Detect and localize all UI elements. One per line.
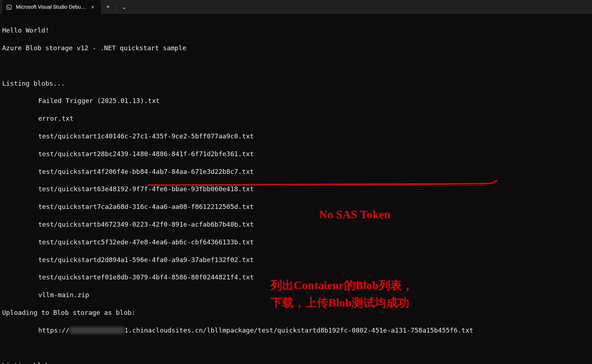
tabbar-divider xyxy=(116,3,116,11)
tabbar-actions: + ⌄ xyxy=(101,0,132,14)
terminal-line: Listing blobs... xyxy=(2,361,590,364)
terminal-line: Failed Trigger (2025.01.13).txt xyxy=(2,97,590,106)
annotation-line: 下载，上传Blob测试均成功 xyxy=(271,294,413,311)
tab-active[interactable]: Microsoft Visual Studio Debu… × xyxy=(2,0,101,14)
terminal-line: Azure Blob storage v12 - .NET quickstart… xyxy=(2,44,590,53)
close-icon[interactable]: × xyxy=(90,3,96,11)
terminal-line xyxy=(2,61,590,70)
tab-dropdown-button[interactable]: ⌄ xyxy=(117,0,132,14)
tab-title: Microsoft Visual Studio Debu… xyxy=(16,4,86,10)
new-tab-button[interactable]: + xyxy=(101,0,115,14)
terminal-line: test/quickstart63e48192-9f7f-4fe6-bbae-9… xyxy=(2,185,590,194)
redacted-host xyxy=(69,327,124,334)
terminal-url-line: https://1.chinacloudsites.cn/lbllmpackag… xyxy=(2,326,590,335)
terminal-line: test/quickstart28bc2439-1480-4886-841f-6… xyxy=(2,150,590,159)
terminal-line: error.txt xyxy=(2,114,590,123)
terminal-line: test/quickstartd2d894a1-596e-4fa0-a9a9-3… xyxy=(2,256,590,265)
terminal-blank xyxy=(2,344,590,353)
url-prefix: https:// xyxy=(38,326,70,334)
terminal-line: test/quickstart7ca2a68d-316c-4aa6-aa08-f… xyxy=(2,202,590,211)
annotation-line: 列出Contaienr的Blob列表， xyxy=(271,277,413,294)
terminal-line: test/quickstart1c40146c-27c1-435f-9ce2-5… xyxy=(2,132,590,141)
tab-bar: Microsoft Visual Studio Debu… × + ⌄ xyxy=(0,0,592,14)
svg-rect-0 xyxy=(7,5,12,9)
annotation-no-sas: No SAS Token xyxy=(319,207,390,222)
terminal-line: test/quickstartc5f32ede-47e8-4ea6-ab6c-c… xyxy=(2,238,590,247)
terminal-line: test/quickstart4f206f4e-bb84-4ab7-84aa-6… xyxy=(2,167,590,176)
annotation-chinese: 列出Contaienr的Blob列表， 下载，上传Blob测试均成功 xyxy=(271,277,413,311)
terminal-line: test/quickstartb4672349-0223-42f0-891e-a… xyxy=(2,220,590,229)
url-suffix: 1.chinacloudsites.cn/lbllmpackage/test/q… xyxy=(124,326,473,334)
terminal-icon xyxy=(6,4,12,10)
terminal-output[interactable]: Hello World! Azure Blob storage v12 - .N… xyxy=(0,14,592,364)
terminal-line: Hello World! xyxy=(2,26,590,35)
terminal-line: Listing blobs... xyxy=(2,79,590,88)
